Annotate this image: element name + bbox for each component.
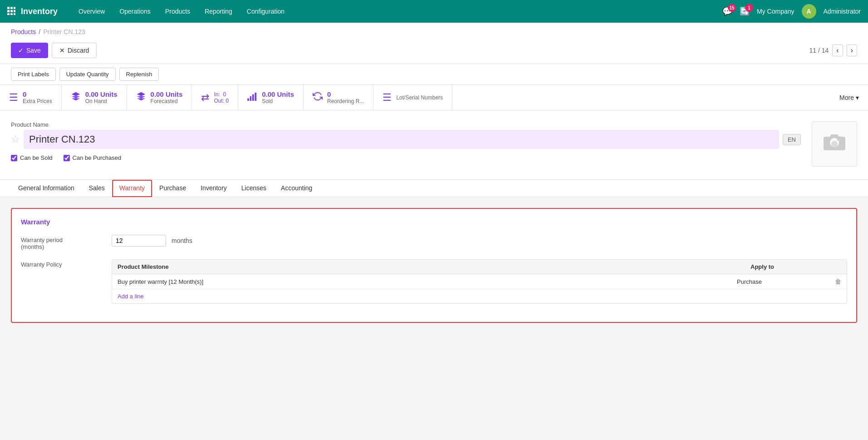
next-record-button[interactable]: › (847, 44, 857, 56)
smart-btn-extra-prices[interactable]: ☰ 0 Extra Prices (0, 85, 62, 110)
warranty-section-title: Warranty (21, 218, 847, 226)
action-bar: Print Labels Update Quantity Replenish (0, 64, 868, 85)
smart-btn-lot-serial[interactable]: ☰ Lot/Serial Numbers (373, 85, 452, 110)
more-label: More (839, 94, 854, 101)
smart-btn-forecasted[interactable]: 0.00 Units Forecasted (127, 85, 192, 110)
toolbar: ✓ Save ✕ Discard 11 / 14 ‹ › (0, 39, 868, 64)
transfers-in: In: 0 (214, 91, 229, 98)
avatar[interactable]: A (802, 4, 816, 19)
col-milestone-header: Product Milestone (118, 263, 750, 270)
extra-prices-icon: ☰ (9, 92, 18, 104)
svg-rect-1 (10, 7, 13, 9)
svg-rect-0 (7, 7, 10, 9)
nav-overview[interactable]: Overview (72, 5, 111, 18)
print-labels-button[interactable]: Print Labels (11, 68, 56, 81)
prev-record-button[interactable]: ‹ (832, 44, 843, 56)
more-button[interactable]: More ▾ (830, 85, 868, 110)
add-line-button[interactable]: Add a line (112, 289, 847, 303)
tab-accounting[interactable]: Accounting (274, 180, 319, 197)
tab-sales[interactable]: Sales (82, 180, 112, 197)
policy-row-milestone[interactable]: Buy printer warrnty [12 Month(s)] (118, 278, 737, 285)
nav-operations[interactable]: Operations (113, 5, 157, 18)
discard-x-icon: ✕ (59, 47, 65, 54)
admin-name[interactable]: Administrator (824, 8, 861, 15)
tab-inventory[interactable]: Inventory (193, 180, 234, 197)
forecasted-count: 0.00 Units (151, 90, 183, 98)
extra-prices-count: 0 (23, 90, 52, 98)
favorite-star-icon[interactable]: ☆ (11, 133, 20, 145)
nav-configuration[interactable]: Configuration (240, 5, 291, 18)
warranty-period-row: Warranty period(months) months (21, 235, 847, 250)
smart-btn-transfers[interactable]: ⇄ In: 0 Out: 0 (192, 85, 238, 110)
transfers-icon: ⇄ (201, 92, 209, 104)
reordering-label: Reordering R... (327, 98, 364, 104)
warranty-policy-container: Product Milestone Apply to Buy printer w… (112, 259, 847, 304)
svg-rect-4 (10, 10, 13, 12)
language-button[interactable]: EN (783, 134, 801, 145)
checkboxes: Can be Sold Can be Purchased (11, 154, 801, 161)
nav-products[interactable]: Products (159, 5, 196, 18)
nav-links: Overview Operations Products Reporting C… (72, 5, 719, 18)
breadcrumb-parent[interactable]: Products (11, 28, 36, 35)
product-name-row: ☆ EN (11, 130, 801, 149)
tab-licenses[interactable]: Licenses (234, 180, 274, 197)
policy-table-header: Product Milestone Apply to (112, 260, 847, 274)
smart-btn-reordering[interactable]: 0 Reordering R... (304, 85, 373, 110)
policy-table-row: Buy printer warrnty [12 Month(s)] Purcha… (112, 274, 847, 289)
product-image[interactable] (812, 121, 857, 167)
product-tabs: General Information Sales Warranty Purch… (0, 180, 868, 197)
smart-buttons-bar: ☰ 0 Extra Prices 0.00 Units On Hand 0.00… (0, 85, 868, 110)
save-check-icon: ✓ (18, 47, 24, 54)
camera-icon (823, 132, 846, 156)
svg-rect-10 (250, 96, 252, 101)
sold-label: Sold (262, 98, 294, 104)
months-label: months (172, 237, 192, 244)
can-be-purchased-checkbox[interactable]: Can be Purchased (64, 154, 122, 161)
lot-serial-icon: ☰ (383, 92, 392, 104)
svg-rect-9 (247, 98, 249, 100)
sold-icon (247, 92, 257, 104)
can-be-sold-checkbox[interactable]: Can be Sold (11, 154, 53, 161)
warranty-period-input[interactable] (112, 235, 166, 247)
reordering-icon (313, 91, 323, 104)
smart-btn-sold[interactable]: 0.00 Units Sold (238, 85, 304, 110)
grid-icon[interactable] (7, 7, 15, 16)
product-name-input[interactable] (24, 130, 779, 149)
can-be-purchased-label: Can be Purchased (73, 154, 122, 161)
policy-row-delete[interactable]: 🗑 (828, 278, 841, 285)
product-name-label: Product Name (11, 121, 801, 128)
replenish-button[interactable]: Replenish (119, 68, 159, 81)
product-form: Product Name ☆ EN Can be Sold Can be Pur… (11, 121, 801, 168)
svg-point-13 (831, 141, 838, 147)
nav-reporting[interactable]: Reporting (198, 5, 239, 18)
svg-rect-5 (14, 10, 15, 12)
policy-table: Product Milestone Apply to Buy printer w… (112, 259, 847, 304)
more-chevron-icon: ▾ (856, 94, 859, 101)
warranty-policy-row: Warranty Policy Product Milestone Apply … (21, 259, 847, 304)
svg-rect-6 (7, 13, 10, 15)
top-navigation: Inventory Overview Operations Products R… (0, 0, 868, 23)
tab-warranty[interactable]: Warranty (112, 180, 152, 197)
tab-purchase[interactable]: Purchase (152, 180, 193, 197)
tab-general-information[interactable]: General Information (11, 180, 82, 197)
discard-button[interactable]: ✕ Discard (52, 43, 97, 58)
forecasted-label: Forecasted (151, 98, 183, 104)
delete-row-icon[interactable]: 🗑 (835, 278, 841, 285)
company-name[interactable]: My Company (757, 8, 794, 15)
col-apply-header: Apply to (750, 263, 841, 270)
toolbar-left: ✓ Save ✕ Discard (11, 43, 97, 58)
update-quantity-button[interactable]: Update Quantity (59, 68, 116, 81)
notifications-button[interactable]: 💬 15 (722, 6, 732, 16)
forecasted-icon (136, 91, 146, 104)
reordering-count: 0 (327, 90, 364, 98)
smart-btn-on-hand[interactable]: 0.00 Units On Hand (62, 85, 127, 110)
save-button[interactable]: ✓ Save (11, 43, 48, 58)
app-title[interactable]: Inventory (21, 7, 58, 16)
product-name-section: Product Name ☆ EN Can be Sold Can be Pur… (11, 121, 857, 168)
breadcrumb-current: Printer CN.123 (43, 28, 85, 35)
svg-rect-8 (14, 13, 15, 15)
svg-rect-2 (14, 7, 15, 9)
refresh-button[interactable]: 🔄 1 (740, 6, 750, 16)
breadcrumb: Products / Printer CN.123 (0, 23, 868, 39)
toolbar-right: 11 / 14 ‹ › (809, 44, 857, 56)
